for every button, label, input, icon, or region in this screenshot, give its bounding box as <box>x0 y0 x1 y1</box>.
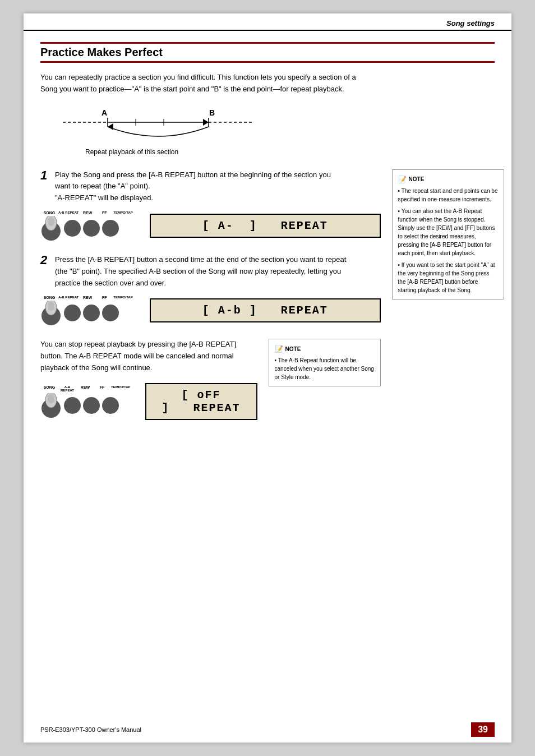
lcd-display-1: [ A- ] REPEAT <box>150 214 381 238</box>
intro-text: You can repeatedly practice a section yo… <box>40 72 366 95</box>
btn-tempo-2 <box>102 305 119 321</box>
button-group-1: SONG A-B REPEAT REW FF TEMPO/TAP <box>40 211 133 241</box>
button-group-2: SONG A-B REPEAT REW FF TEMPO/TAP <box>40 296 133 325</box>
button-labels-2: SONG A-B REPEAT REW FF TEMPO/TAP <box>40 296 133 299</box>
svg-point-16 <box>48 394 54 403</box>
note-header-1: 📝 NOTE <box>398 174 498 185</box>
btn-ff <box>83 220 100 237</box>
page-footer: PSR-E303/YPT-300 Owner's Manual 39 <box>24 722 511 737</box>
page-header: Song settings <box>24 13 511 31</box>
display-row-2: SONG A-B REPEAT REW FF TEMPO/TAP <box>40 296 381 325</box>
finger-press-2 <box>40 301 62 325</box>
button-labels-3: SONG A-B REPEAT REW FF TEMPO/TAP <box>40 385 128 392</box>
tempo-label: TEMPO/TAP <box>113 211 133 215</box>
note2-bullet1: • The A-B Repeat function will be cancel… <box>275 356 375 381</box>
footer-model: PSR-E303/YPT-300 Owner's Manual <box>40 726 141 733</box>
btn-rew <box>64 220 81 237</box>
btn-ff-3 <box>83 397 100 414</box>
buttons-row-2 <box>40 301 119 325</box>
note-header-2: 📝 NOTE <box>275 344 375 354</box>
btn-ff-2 <box>83 305 100 321</box>
main-content: 1 Play the Song and press the [A-B REPEA… <box>40 169 495 431</box>
ab-repeat-label: A-B REPEAT <box>58 211 79 215</box>
btn-rew-3 <box>64 397 81 414</box>
note-label-2: NOTE <box>285 345 301 353</box>
section-title: Practice Makes Perfect <box>40 42 495 63</box>
rew-label-3: REW <box>77 385 93 392</box>
note-icon-1: 📝 <box>398 174 407 185</box>
tempo-label-2: TEMPO/TAP <box>113 296 133 299</box>
buttons-row-1 <box>40 216 119 241</box>
btn-tempo <box>102 220 119 237</box>
note-box-1: 📝 NOTE • The repeat start and end points… <box>392 169 504 299</box>
note1-bullet1: • The repeat start and end points can be… <box>398 187 498 204</box>
step-1-number: 1 <box>40 169 50 182</box>
ff-label-2: FF <box>96 296 112 299</box>
finger-icon-1 <box>43 216 59 233</box>
step-2: 2 Press the [A-B REPEAT] button a second… <box>40 254 381 325</box>
svg-text:B: B <box>209 108 215 117</box>
btn-rew-2 <box>64 305 81 321</box>
tempo-label-3: TEMPO/TAP <box>111 385 128 392</box>
lcd-display-2: [ A-b ] REPEAT <box>150 298 381 322</box>
step-2-number: 2 <box>40 254 50 266</box>
note-label-1: NOTE <box>409 175 425 183</box>
svg-point-14 <box>48 302 54 311</box>
ff-label-3: FF <box>94 385 110 392</box>
bottom-text: You can stop repeat playback by pressing… <box>40 339 257 374</box>
buttons-row-3 <box>40 393 119 418</box>
display-row-1: SONG A-B REPEAT REW FF TEMPO/TAP <box>40 211 381 241</box>
ab-repeat-diagram: A B Repeat playback of this section <box>63 107 495 156</box>
bottom-two-col: You can stop repeat playback by pressing… <box>40 339 381 431</box>
header-title: Song settings <box>446 19 495 27</box>
finger-icon-2 <box>43 301 59 317</box>
ab-repeat-label-3: A-B REPEAT <box>58 385 76 392</box>
finger-press-1 <box>40 216 62 241</box>
finger-press-3 <box>40 393 62 418</box>
note-icon-2: 📝 <box>275 344 283 354</box>
button-group-3: SONG A-B REPEAT REW FF TEMPO/TAP <box>40 385 128 418</box>
svg-marker-7 <box>203 119 209 126</box>
bottom-section: You can stop repeat playback by pressing… <box>40 339 381 431</box>
note1-bullet2: • You can also set the A-B Repeat functi… <box>398 207 498 257</box>
button-labels-1: SONG A-B REPEAT REW FF TEMPO/TAP <box>40 211 133 215</box>
btn-tempo-3 <box>102 397 119 414</box>
song-label-3: SONG <box>41 385 57 392</box>
finger-icon-3 <box>43 393 59 410</box>
svg-marker-8 <box>108 123 113 130</box>
song-label: SONG <box>41 211 57 215</box>
rew-label: REW <box>80 211 95 215</box>
rew-label-2: REW <box>80 296 95 299</box>
song-label-2: SONG <box>41 296 57 299</box>
svg-text:A: A <box>102 108 107 117</box>
footer-page: 39 <box>471 722 495 737</box>
step-1-text: Play the Song and press the [A-B REPEAT]… <box>55 169 347 204</box>
step-2-text: Press the [A-B REPEAT] button a second t… <box>55 254 347 289</box>
note1-bullet3: • If you want to set the start point "A"… <box>398 261 498 294</box>
diagram-caption: Repeat playback of this section <box>85 148 178 156</box>
ab-repeat-label-2: A-B REPEAT <box>58 296 79 299</box>
svg-point-12 <box>48 217 54 226</box>
ff-label: FF <box>96 211 112 215</box>
step-1: 1 Play the Song and press the [A-B REPEA… <box>40 169 381 241</box>
lcd-display-3: [ oFF ] REPEAT <box>145 383 257 420</box>
note-box-2: 📝 NOTE • The A-B Repeat function will be… <box>269 339 381 386</box>
display-row-3: SONG A-B REPEAT REW FF TEMPO/TAP <box>40 383 257 420</box>
